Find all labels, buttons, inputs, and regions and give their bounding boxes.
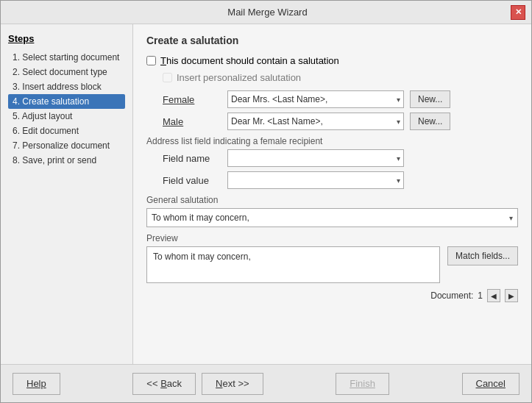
finish-button[interactable]: Finish — [336, 373, 389, 395]
panel-title: Create a salutation — [146, 35, 518, 46]
general-salutation-label: General salutation — [146, 195, 518, 205]
field-name-row: Field name ▾ — [163, 149, 518, 167]
address-list-section: Address list field indicating a female r… — [146, 136, 518, 189]
field-value-arrow: ▾ — [397, 176, 400, 185]
main-panel: Create a salutation This document should… — [133, 24, 531, 364]
female-select-arrow: ▾ — [397, 96, 400, 104]
back-button[interactable]: << Back — [132, 373, 196, 395]
female-select-value: Dear Mrs. <Last Name>, — [231, 94, 327, 104]
salutation-checkbox-label: This document should contain a salutatio… — [160, 55, 339, 66]
male-row: Male Dear Mr. <Last Name>, ▾ New... — [163, 113, 518, 130]
preview-label: Preview — [146, 233, 518, 243]
footer-center-buttons: << Back Next >> — [132, 373, 263, 395]
preview-section: Preview To whom it may concern, Match fi… — [146, 233, 518, 302]
general-salutation-section: General salutation To whom it may concer… — [146, 195, 518, 227]
personalized-checkbox-row: Insert personalized salutation — [163, 72, 518, 83]
content-area: Steps 1. Select starting document 2. Sel… — [1, 24, 531, 364]
personalized-checkbox-label: Insert personalized salutation — [177, 72, 301, 83]
document-number: 1 — [478, 290, 483, 301]
preview-row: To whom it may concern, Match fields... — [146, 246, 518, 283]
field-value-row: Field value ▾ — [163, 171, 518, 189]
sidebar-item-3[interactable]: 3. Insert address block — [8, 79, 125, 94]
preview-text: To whom it may concern, — [153, 252, 251, 262]
personalized-checkbox[interactable] — [163, 73, 172, 82]
next-document-button[interactable]: ▶ — [505, 289, 518, 302]
address-list-label: Address list field indicating a female r… — [146, 136, 518, 146]
female-row: Female Dear Mrs. <Last Name>, ▾ New... — [163, 90, 518, 108]
title-bar: Mail Merge Wizard ✕ — [1, 1, 531, 24]
next-button[interactable]: Next >> — [202, 373, 263, 395]
sidebar-title: Steps — [8, 33, 125, 44]
female-select[interactable]: Dear Mrs. <Last Name>, ▾ — [227, 90, 404, 108]
male-select[interactable]: Dear Mr. <Last Name>, ▾ — [227, 113, 404, 130]
sidebar-item-8[interactable]: 8. Save, print or send — [8, 153, 125, 168]
document-label: Document: — [430, 290, 473, 301]
preview-box: To whom it may concern, — [146, 246, 440, 283]
male-select-arrow: ▾ — [397, 118, 400, 126]
field-value-label: Field value — [163, 175, 221, 186]
female-section: Female Dear Mrs. <Last Name>, ▾ New... M… — [146, 90, 518, 130]
match-fields-button[interactable]: Match fields... — [447, 246, 518, 265]
salutation-checkbox-row: This document should contain a salutatio… — [146, 55, 518, 66]
female-label: Female — [163, 94, 221, 105]
prev-document-button[interactable]: ◀ — [487, 289, 500, 302]
female-new-button[interactable]: New... — [410, 90, 450, 108]
cancel-button[interactable]: Cancel — [462, 373, 519, 395]
window-title: Mail Merge Wizard — [24, 7, 511, 18]
sidebar-item-7[interactable]: 7. Personalize document — [8, 138, 125, 153]
footer: Help << Back Next >> Finish Cancel — [1, 364, 531, 402]
general-salutation-value: To whom it may concern, — [152, 213, 249, 223]
sidebar: Steps 1. Select starting document 2. Sel… — [1, 24, 133, 364]
field-value-select[interactable]: ▾ — [227, 171, 404, 189]
field-name-arrow: ▾ — [397, 154, 400, 163]
sidebar-item-5[interactable]: 5. Adjust layout — [8, 109, 125, 124]
sidebar-item-2[interactable]: 2. Select document type — [8, 65, 125, 79]
general-salutation-select[interactable]: To whom it may concern, ▾ — [146, 208, 518, 227]
field-name-select[interactable]: ▾ — [227, 149, 404, 167]
male-new-button[interactable]: New... — [410, 113, 450, 130]
male-label: Male — [163, 116, 221, 127]
close-button[interactable]: ✕ — [511, 5, 525, 20]
sidebar-item-1[interactable]: 1. Select starting document — [8, 50, 125, 65]
field-name-label: Field name — [163, 153, 221, 164]
help-button[interactable]: Help — [13, 373, 60, 395]
sidebar-item-6[interactable]: 6. Edit document — [8, 124, 125, 138]
general-salutation-arrow: ▾ — [509, 214, 513, 222]
mail-merge-wizard-window: Mail Merge Wizard ✕ Steps 1. Select star… — [0, 0, 532, 403]
male-select-value: Dear Mr. <Last Name>, — [231, 116, 323, 126]
document-nav: Document: 1 ◀ ▶ — [146, 289, 518, 302]
salutation-checkbox[interactable] — [146, 56, 156, 65]
sidebar-item-4[interactable]: 4. Create salutation — [8, 94, 125, 109]
